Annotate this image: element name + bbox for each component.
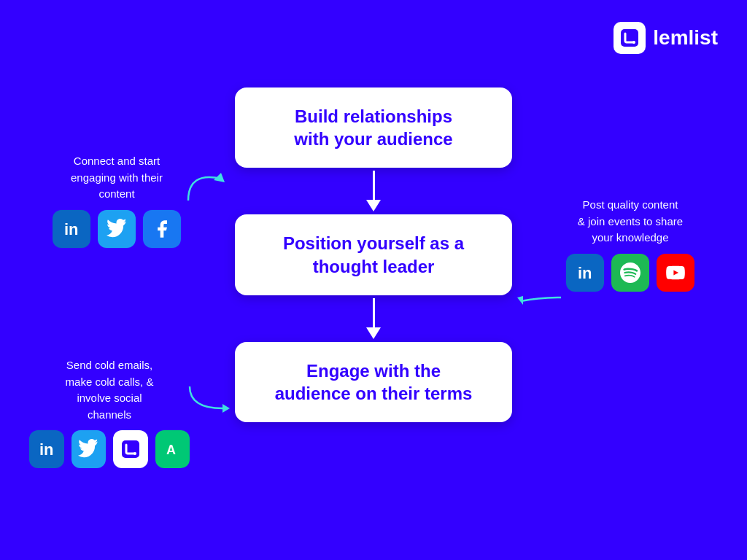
curved-arrow-left [181,157,239,215]
svg-rect-8 [122,440,139,458]
icons-top-left: in [44,210,190,248]
arrow-2 [366,298,381,339]
linkedin-icon-3: in [29,430,64,468]
svg-text:in: in [64,220,79,238]
svg-text:A: A [166,443,176,457]
flow-container: Build relationshipswith your audience Po… [235,88,512,422]
box-build-relationships: Build relationshipswith your audience [235,88,512,168]
annotation-top-left-text: Connect and startengaging with theircont… [71,155,163,200]
svg-rect-0 [621,29,638,47]
linkedin-icon-2: in [566,254,604,292]
icons-bottom-left: in A [29,430,190,468]
linkedin-icon-1: in [53,210,90,248]
box-engage-audience: Engage with theaudience on their terms [235,342,512,422]
logo: lemlist [614,22,718,54]
annotation-top-right-text: Post quality content& join events to sha… [578,198,683,244]
icons-top-right: in [550,254,711,292]
annotation-top-right: Post quality content& join events to sha… [550,197,711,292]
arrow-1 [366,171,381,211]
svg-marker-11 [222,404,230,413]
facebook-icon-1 [143,210,181,248]
spotify-icon [611,254,649,292]
curved-arrow-bottom-left [175,372,248,430]
svg-point-1 [632,41,635,44]
box2-text: Position yourself as athought leader [283,233,464,276]
youtube-icon [657,254,694,292]
svg-text:in: in [578,264,592,282]
logo-icon [614,22,646,54]
lemlist-icon [113,430,148,468]
appolo-icon: A [155,430,190,468]
svg-text:in: in [39,440,54,459]
svg-point-9 [133,452,136,455]
box-thought-leader: Position yourself as athought leader [235,214,512,295]
box3-text: Engage with theaudience on their terms [275,361,473,403]
curved-arrow-right [503,276,568,319]
annotation-bottom-left: Send cold emails,make cold calls, &invol… [29,357,190,468]
annotation-bottom-left-text: Send cold emails,make cold calls, &invol… [66,359,154,421]
twitter-icon-1 [98,210,136,248]
twitter-icon-2 [71,430,107,468]
box1-text: Build relationshipswith your audience [294,106,452,149]
annotation-top-left: Connect and startengaging with theircont… [44,153,190,248]
logo-text: lemlist [653,26,718,50]
svg-marker-6 [517,296,523,305]
